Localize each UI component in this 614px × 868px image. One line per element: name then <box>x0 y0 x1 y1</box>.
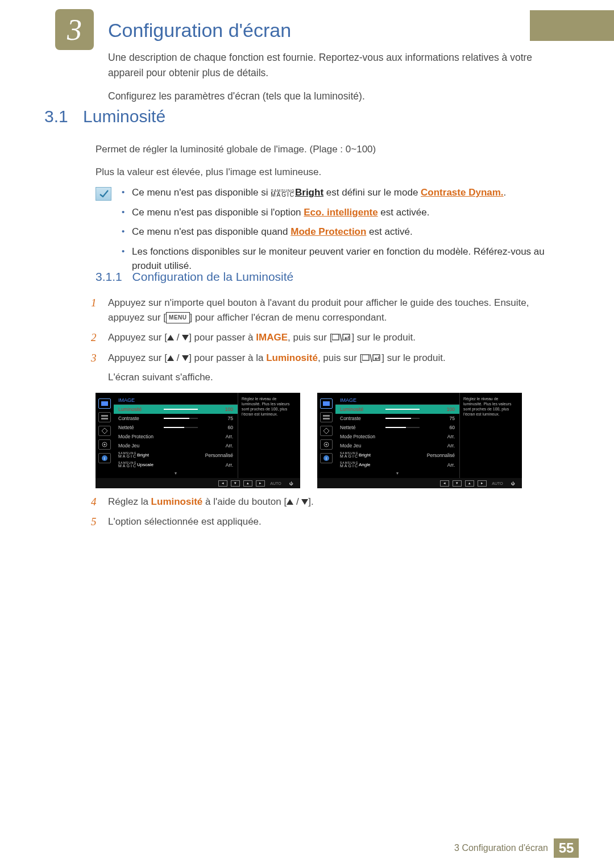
osd-btn-up-icon: ▴ <box>243 480 252 487</box>
osd-btn-left-icon: ◂ <box>440 480 449 487</box>
step-4: 4 Réglez la Luminosité à l'aide du bouto… <box>91 495 546 510</box>
subsection-number: 3.1.1 <box>96 270 122 283</box>
triangle-down-icon <box>301 499 308 505</box>
osd-btn-down-icon: ▾ <box>453 480 462 487</box>
osd-nav-image-icon <box>98 398 111 409</box>
note-item-1: Ce menu n'est pas disponible si SAMSUNGM… <box>117 186 545 200</box>
svg-point-17 <box>326 444 327 446</box>
step-3: 3 Appuyez sur [ / ] pour passer à la Lum… <box>91 351 546 389</box>
osd-nav-size-icon <box>320 426 333 436</box>
page-number-badge: 55 <box>554 838 579 858</box>
subsection-title: Configuration de la Luminosité <box>132 270 294 283</box>
svg-point-10 <box>104 444 106 446</box>
osd-scroll-down-icon: ▾ <box>335 470 459 478</box>
osd-btn-up-icon: ▴ <box>465 480 474 487</box>
osd-menu-item: Contraste75 <box>335 414 459 423</box>
intro-block: Une description de chaque fonction est f… <box>108 50 546 112</box>
section-number: 3.1 <box>44 107 68 126</box>
osd-button-bar: ◂ ▾ ▴ ▸ AUTO ⏻ <box>317 478 522 488</box>
link-eco-intelligente[interactable]: Eco. intelligente <box>304 207 377 218</box>
osd-menu-item: Netteté60 <box>114 423 238 432</box>
osd-nav-icons: i <box>317 393 335 478</box>
step-1: 1 Appuyez sur n'importe quel bouton à l'… <box>91 296 546 326</box>
osd-menu-item: SAMSUNGMAGICBrightPersonnalisé <box>335 450 459 460</box>
osd-title: IMAGE <box>114 395 238 405</box>
chapter-number: 3 <box>67 13 82 47</box>
osd-nav-setup-icon <box>320 439 333 450</box>
header-band <box>530 10 614 41</box>
section-p1: Permet de régler la luminosité globale d… <box>96 142 545 157</box>
svg-rect-8 <box>101 418 108 420</box>
osd-menu-item: Mode JeuArr. <box>335 441 459 450</box>
svg-text:i: i <box>326 456 327 461</box>
footer-text: 3 Configuration d'écran <box>454 843 548 853</box>
steps-list: 1 Appuyez sur n'importe quel bouton à l'… <box>91 296 546 393</box>
osd-menu-item: SAMSUNGMAGICBrightPersonnalisé <box>114 450 238 460</box>
osd-menu-item: Netteté60 <box>335 423 459 432</box>
osd-menu-item: Mode JeuArr. <box>114 441 238 450</box>
osd-nav-setup-icon <box>98 439 111 450</box>
osd-btn-right-icon: ▸ <box>478 480 487 487</box>
note-icon <box>96 187 111 201</box>
step-5: 5 L'option sélectionnée est appliquée. <box>91 514 546 530</box>
osd-nav-icons: i <box>96 393 114 478</box>
osd-nav-size-icon <box>98 426 111 436</box>
osd-nav-info-icon: i <box>320 453 333 463</box>
section-p2: Plus la valeur est élevée, plus l'image … <box>96 165 545 180</box>
osd-menu-item: Contraste75 <box>114 414 238 423</box>
chapter-badge: 3 <box>55 9 94 50</box>
footer: 3 Configuration d'écran 55 <box>0 841 614 858</box>
enter-icon <box>362 352 381 367</box>
osd-panel-1: i IMAGE Luminosité100Contraste75Netteté6… <box>96 393 300 488</box>
link-mode-protection[interactable]: Mode Protection <box>291 226 366 237</box>
osd-button-bar: ◂ ▾ ▴ ▸ AUTO ⏻ <box>96 478 300 488</box>
osd-menu-item: Luminosité100 <box>114 405 238 414</box>
osd-nav-image-icon <box>320 398 333 409</box>
triangle-up-icon <box>287 499 293 505</box>
section-body: Permet de régler la luminosité globale d… <box>96 142 545 188</box>
note-item-3: Ce menu n'est pas disponible quand Mode … <box>117 225 545 239</box>
triangle-up-icon <box>167 355 174 361</box>
osd-screenshots: i IMAGE Luminosité100Contraste75Netteté6… <box>96 393 522 488</box>
link-contraste-dynam[interactable]: Contraste Dynam. <box>421 187 503 198</box>
triangle-up-icon <box>167 335 174 340</box>
osd-nav-color-icon <box>98 412 111 422</box>
steps-list-lower: 4 Réglez la Luminosité à l'aide du bouto… <box>91 495 546 534</box>
note-item-2: Ce menu n'est pas disponible si l'option… <box>117 206 545 220</box>
osd-hint: Réglez le niveau de luminosité. Plus les… <box>238 393 299 478</box>
osd-menu-item: Mode ProtectionArr. <box>114 432 238 441</box>
chapter-title: Configuration d'écran <box>108 19 291 41</box>
subsection-heading: 3.1.1 Configuration de la Luminosité <box>96 270 293 284</box>
osd-menu-item: Luminosité100 <box>335 405 459 414</box>
page: 3 Configuration d'écran Une description … <box>0 0 614 868</box>
svg-line-1 <box>340 334 342 342</box>
osd-hint: Réglez le niveau de luminosité. Plus les… <box>459 393 521 478</box>
svg-line-4 <box>370 354 372 362</box>
osd-btn-down-icon: ▾ <box>231 480 240 487</box>
triangle-down-icon <box>182 335 189 340</box>
svg-rect-0 <box>332 334 339 340</box>
osd-btn-power-icon: ⏻ <box>287 480 296 487</box>
note-item-4: Les fonctions disponibles sur le moniteu… <box>117 245 545 273</box>
menu-button-icon: MENU <box>166 312 189 323</box>
svg-rect-7 <box>101 415 108 417</box>
section-heading: 3.1 Luminosité <box>44 107 165 126</box>
osd-btn-auto: AUTO <box>268 480 283 487</box>
osd-panel-2: i IMAGE Luminosité100Contraste75Netteté6… <box>317 393 522 488</box>
svg-rect-6 <box>101 401 108 406</box>
note-block: Ce menu n'est pas disponible si SAMSUNGM… <box>96 186 545 279</box>
osd-nav-color-icon <box>320 412 333 422</box>
note-list: Ce menu n'est pas disponible si SAMSUNGM… <box>117 186 545 279</box>
enter-icon <box>332 331 351 346</box>
osd-btn-power-icon: ⏻ <box>508 480 517 487</box>
svg-rect-14 <box>323 415 330 417</box>
samsung-magic-logo: SAMSUNGMAGIC <box>271 189 295 198</box>
intro-p2: Configurez les paramètres d'écran (tels … <box>108 89 546 104</box>
svg-rect-15 <box>323 418 330 420</box>
svg-rect-3 <box>362 355 369 360</box>
step-2: 2 Appuyez sur [ / ] pour passer à IMAGE,… <box>91 330 546 346</box>
svg-rect-13 <box>323 401 330 406</box>
triangle-down-icon <box>182 355 189 361</box>
osd-btn-auto: AUTO <box>490 480 505 487</box>
osd-btn-right-icon: ▸ <box>256 480 265 487</box>
